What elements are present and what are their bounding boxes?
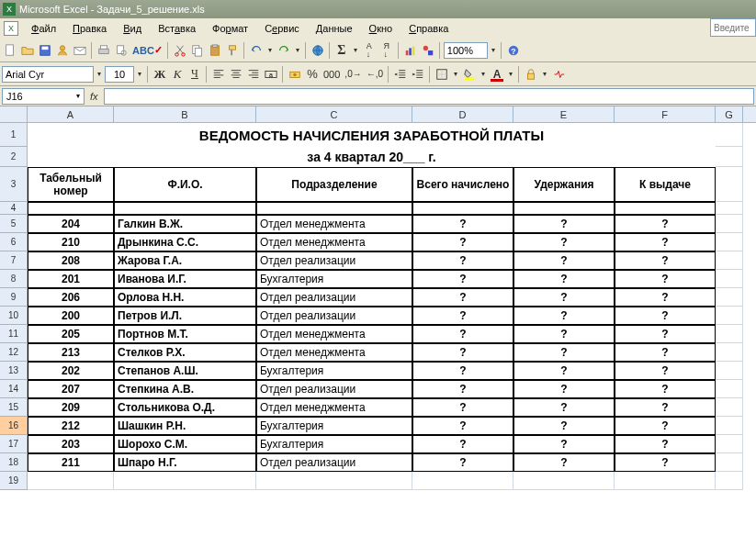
cell-fio[interactable]: Степанов А.Ш.	[114, 362, 256, 380]
cell-tabnum[interactable]: 202	[28, 362, 114, 380]
italic-button[interactable]: К	[169, 65, 186, 84]
cut-button[interactable]	[172, 41, 188, 60]
align-center-button[interactable]	[228, 65, 244, 84]
cell-total[interactable]: ?	[412, 417, 513, 435]
cell-dept[interactable]: Отдел менеджмента	[256, 215, 412, 233]
hyperlink-button[interactable]	[310, 41, 326, 60]
cell-deduct[interactable]: ?	[513, 362, 615, 380]
header-deduct[interactable]: Удержания	[513, 167, 615, 202]
menu-window[interactable]: Окно	[362, 21, 401, 36]
help-search-input[interactable]	[710, 18, 756, 37]
col-header-b[interactable]: B	[114, 106, 256, 122]
cell-dept[interactable]: Бухгалтерия	[256, 417, 412, 435]
cell-dept[interactable]: Отдел менеджмента	[256, 398, 412, 417]
cell-total[interactable]: ?	[412, 288, 513, 307]
align-left-button[interactable]	[210, 65, 227, 84]
cell-fio[interactable]: Орлова Н.Н.	[114, 288, 256, 307]
font-name-dropdown[interactable]: ▾	[95, 70, 104, 78]
cell-dept[interactable]: Отдел реализации	[256, 288, 412, 307]
increase-decimal-button[interactable]: ,0→	[343, 65, 363, 84]
cell-deduct[interactable]: ?	[513, 307, 615, 325]
cell-payout[interactable]: ?	[615, 233, 716, 251]
row-header-18[interactable]: 18	[0, 453, 28, 472]
cell-fio[interactable]: Петров И.Л.	[114, 307, 256, 325]
cell-fio[interactable]: Шорохо С.М.	[114, 435, 256, 453]
currency-button[interactable]	[287, 65, 303, 84]
col-header-d[interactable]: D	[412, 106, 513, 122]
format-painter-button[interactable]	[224, 41, 241, 60]
undo-dropdown[interactable]: ▾	[265, 46, 275, 54]
cell-tabnum[interactable]: 200	[28, 307, 114, 325]
cell-fio[interactable]: Галкин В.Ж.	[114, 215, 256, 233]
save-button[interactable]	[37, 41, 53, 60]
worksheet-grid[interactable]: A B C D E F G 12345678910111213141516171…	[0, 106, 756, 536]
cell-total[interactable]: ?	[412, 270, 513, 288]
font-color-button[interactable]: А	[489, 65, 505, 84]
cell-tabnum[interactable]: 210	[28, 233, 114, 251]
security-button[interactable]	[523, 65, 539, 84]
cell-tabnum[interactable]: 201	[28, 270, 114, 288]
sort-desc-button[interactable]: Я↓	[378, 41, 395, 60]
font-color-dropdown[interactable]: ▾	[506, 70, 515, 78]
cell-dept[interactable]: Отдел реализации	[256, 251, 412, 270]
cell-fio[interactable]: Стольникова О.Д.	[114, 398, 256, 417]
cell-deduct[interactable]: ?	[513, 417, 615, 435]
cell-payout[interactable]: ?	[615, 325, 716, 343]
sheet-title[interactable]: ВЕДОМОСТЬ НАЧИСЛЕНИЯ ЗАРАБОТНОЙ ПЛАТЫ	[28, 123, 716, 147]
header-dept[interactable]: Подразделение	[256, 167, 412, 202]
cell-total[interactable]: ?	[412, 307, 513, 325]
cell-total[interactable]: ?	[412, 233, 513, 251]
cell-dept[interactable]: Отдел реализации	[256, 453, 412, 472]
merge-center-button[interactable]: a	[263, 65, 279, 84]
decrease-decimal-button[interactable]: ←,0	[365, 65, 385, 84]
menu-edit[interactable]: Правка	[65, 21, 114, 36]
header-total[interactable]: Всего начислено	[412, 167, 513, 202]
cell-dept[interactable]: Отдел менеджмента	[256, 233, 412, 251]
cell-deduct[interactable]: ?	[513, 233, 615, 251]
row-header-17[interactable]: 17	[0, 435, 28, 453]
cell-payout[interactable]: ?	[615, 435, 716, 453]
cell-payout[interactable]: ?	[615, 307, 716, 325]
cell-fio[interactable]: Дрынкина С.С.	[114, 233, 256, 251]
select-all-corner[interactable]	[0, 106, 28, 122]
cell-tabnum[interactable]: 206	[28, 288, 114, 307]
cell-deduct[interactable]: ?	[513, 251, 615, 270]
cell-fio[interactable]: Шпаро Н.Г.	[114, 453, 256, 472]
permissions-button[interactable]	[54, 41, 71, 60]
cell-payout[interactable]: ?	[615, 270, 716, 288]
cell-total[interactable]: ?	[412, 362, 513, 380]
cell-deduct[interactable]: ?	[513, 270, 615, 288]
cell-total[interactable]: ?	[412, 215, 513, 233]
header-tabnum[interactable]: Табельный номер	[28, 167, 114, 202]
print-button[interactable]	[96, 41, 112, 60]
document-icon[interactable]: X	[4, 21, 18, 36]
align-right-button[interactable]	[245, 65, 262, 84]
cell-total[interactable]: ?	[412, 435, 513, 453]
cell-payout[interactable]: ?	[615, 215, 716, 233]
row-header-7[interactable]: 7	[0, 251, 28, 270]
cell-deduct[interactable]: ?	[513, 215, 615, 233]
row-header-13[interactable]: 13	[0, 362, 28, 380]
menu-view[interactable]: Вид	[116, 21, 149, 36]
chart-wizard-button[interactable]	[402, 41, 419, 60]
underline-button[interactable]: Ч	[186, 65, 203, 84]
cell-total[interactable]: ?	[412, 380, 513, 398]
fill-color-dropdown[interactable]: ▾	[479, 70, 488, 78]
cell-fio[interactable]: Шашкин Р.Н.	[114, 417, 256, 435]
help-button[interactable]: ?	[505, 41, 522, 60]
row-header-15[interactable]: 15	[0, 398, 28, 417]
row-header-10[interactable]: 10	[0, 307, 28, 325]
cell-dept[interactable]: Бухгалтерия	[256, 270, 412, 288]
cell-deduct[interactable]: ?	[513, 435, 615, 453]
borders-dropdown[interactable]: ▾	[451, 70, 460, 78]
sort-asc-button[interactable]: А↓	[361, 41, 378, 60]
cell-payout[interactable]: ?	[615, 343, 716, 362]
menu-format[interactable]: Формат	[205, 21, 255, 36]
cell-payout[interactable]: ?	[615, 453, 716, 472]
cell-fio[interactable]: Портнов М.Т.	[114, 325, 256, 343]
cell-fio[interactable]: Иванова И.Г.	[114, 270, 256, 288]
cell-tabnum[interactable]: 208	[28, 251, 114, 270]
menu-help[interactable]: Справка	[401, 21, 456, 36]
sheet-subtitle[interactable]: за 4 квартал 20___ г.	[28, 147, 716, 167]
row-header-5[interactable]: 5	[0, 215, 28, 233]
